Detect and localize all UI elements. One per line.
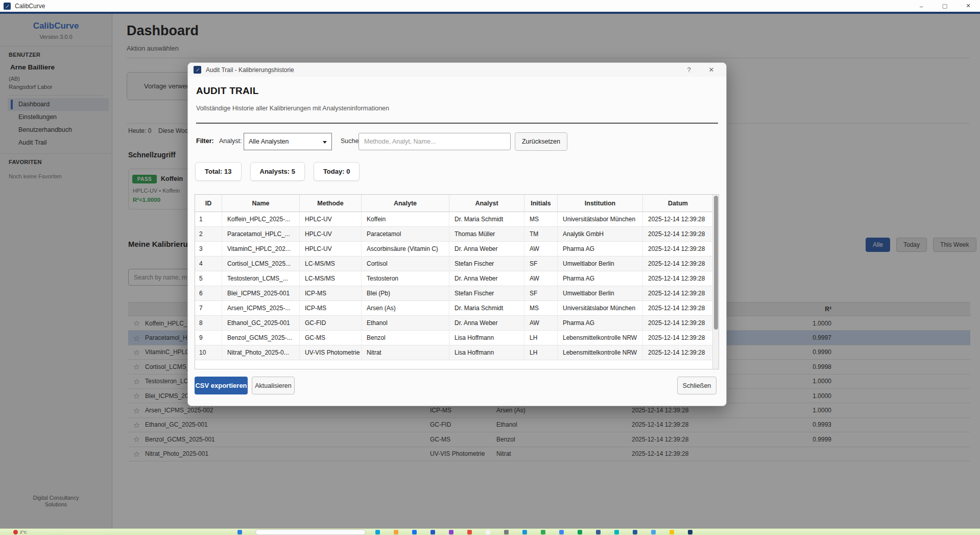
taskbar-app-icon[interactable]	[614, 530, 619, 534]
audit-row[interactable]: 3VitaminC_HPLC_202...HPLC-UVAscorbinsäur…	[195, 242, 719, 257]
analyst-dropdown[interactable]: Alle Analysten	[244, 133, 332, 150]
audit-cell-name: Blei_ICPMS_2025-001	[222, 286, 300, 300]
audit-cell-institution: Umweltlabor Berlin	[558, 286, 643, 300]
scrollbar-thumb[interactable]	[714, 196, 718, 330]
audit-cell-analyte: Benzol	[362, 331, 449, 345]
taskbar-app-icon[interactable]	[596, 530, 601, 534]
audit-cell-institution: Analytik GmbH	[558, 227, 643, 241]
audit-cell-methode: HPLC-UV	[300, 242, 362, 256]
audit-row[interactable]: 8Ethanol_GC_2025-001GC-FIDEthanolDr. Ann…	[195, 316, 719, 331]
chip-today[interactable]: Today: 0	[314, 162, 360, 181]
taskbar-app-icon[interactable]	[486, 530, 490, 534]
taskbar-app-icon[interactable]	[522, 530, 527, 534]
audit-cell-institution: Universitätslabor München	[558, 301, 643, 315]
audit-row[interactable]: 4Cortisol_LCMS_2025...LC-MS/MSCortisolSt…	[195, 257, 719, 271]
audit-row[interactable]: 7Arsen_ICPMS_2025-...ICP-MSArsen (As)Dr.…	[195, 301, 719, 316]
chip-analysts[interactable]: Analysts: 5	[250, 162, 305, 181]
audit-cell-name: VitaminC_HPLC_202...	[222, 242, 300, 256]
audit-cell-analyte: Cortisol	[362, 257, 449, 271]
taskbar-app-icon[interactable]	[578, 530, 582, 534]
audit-cell-methode: ICP-MS	[300, 286, 362, 300]
audit-header-id: ID	[195, 195, 222, 212]
audit-cell-name: Testosteron_LCMS_...	[222, 271, 300, 286]
minimize-button[interactable]: –	[910, 0, 933, 12]
audit-cell-institution: Universitätslabor München	[558, 212, 643, 226]
suche-label: Suche:	[341, 137, 361, 145]
taskbar-app-icon[interactable]	[394, 530, 398, 534]
audit-cell-analyst: Lisa Hoffmann	[449, 345, 524, 360]
taskbar-app-icon[interactable]	[467, 530, 472, 534]
refresh-button[interactable]: Aktualisieren	[252, 377, 295, 394]
audit-cell-id: 8	[195, 316, 222, 330]
dialog-title: Audit Trail - Kalibrierungshistorie	[206, 66, 294, 74]
csv-export-button[interactable]: CSV exportieren	[195, 377, 248, 394]
chip-total[interactable]: Total: 13	[195, 162, 242, 181]
audit-cell-methode: LC-MS/MS	[300, 257, 362, 271]
audit-header-analyte: Analyte	[362, 195, 449, 212]
window-title: CalibCurve	[15, 3, 45, 10]
audit-cell-name: Koffein_HPLC_2025-...	[222, 212, 300, 226]
audit-row[interactable]: 2Paracetamol_HPLC_...HPLC-UVParacetamolT…	[195, 227, 719, 242]
table-scrollbar[interactable]	[712, 195, 719, 369]
audit-cell-id: 10	[195, 345, 222, 360]
stat-chips: Total: 13Analysts: 5Today: 0	[195, 162, 360, 181]
taskbar-app-icon[interactable]	[670, 530, 674, 534]
taskbar-app-icon[interactable]	[688, 530, 692, 534]
audit-cell-methode: HPLC-UV	[300, 227, 362, 241]
taskbar-app-icon[interactable]	[559, 530, 564, 534]
audit-row[interactable]: 10Nitrat_Photo_2025-0...UV-VIS Photometr…	[195, 345, 719, 360]
audit-trail-heading: AUDIT TRAIL	[196, 85, 259, 97]
dialog-titlebar: Audit Trail - Kalibrierungshistorie ? ✕	[188, 63, 726, 77]
taskbar-app-icon[interactable]	[412, 530, 417, 534]
taskbar-app-icon[interactable]	[541, 530, 545, 534]
taskbar-app-icon[interactable]	[449, 530, 453, 534]
audit-cell-initials: SF	[524, 257, 558, 271]
taskbar-app-icon[interactable]	[633, 530, 637, 534]
audit-cell-analyte: Ascorbinsäure (Vitamin C)	[362, 242, 449, 256]
audit-cell-analyst: Dr. Maria Schmidt	[449, 212, 524, 226]
audit-cell-methode: UV-VIS Photometrie	[300, 345, 362, 360]
audit-cell-id: 2	[195, 227, 222, 241]
audit-row[interactable]: 9Benzol_GCMS_2025-...GC-MSBenzolLisa Hof…	[195, 331, 719, 345]
dialog-close-icon[interactable]: ✕	[705, 63, 718, 77]
audit-cell-initials: AW	[524, 271, 558, 286]
dialog-help-button[interactable]: ?	[682, 63, 696, 77]
audit-cell-datum: 2025-12-14 12:39:28	[643, 257, 713, 271]
close-button[interactable]: ✕	[957, 0, 980, 12]
taskbar-app-icon[interactable]	[431, 530, 435, 534]
audit-cell-initials: SF	[524, 286, 558, 300]
audit-cell-id: 3	[195, 242, 222, 256]
maximize-button[interactable]: ▢	[933, 0, 957, 12]
chevron-down-icon	[323, 141, 327, 144]
audit-cell-initials: MS	[524, 212, 558, 226]
audit-cell-name: Nitrat_Photo_2025-0...	[222, 345, 300, 360]
audit-row[interactable]: 5Testosteron_LCMS_...LC-MS/MSTestosteron…	[195, 271, 719, 286]
audit-cell-analyst: Stefan Fischer	[449, 257, 524, 271]
audit-cell-analyte: Blei (Pb)	[362, 286, 449, 300]
audit-search-input[interactable]	[358, 133, 511, 150]
audit-header-methode: Methode	[300, 195, 362, 212]
audit-cell-initials: LH	[524, 345, 558, 360]
audit-cell-analyst: Dr. Anna Weber	[449, 242, 524, 256]
taskbar-search[interactable]	[255, 529, 366, 535]
audit-table-header: IDNameMethodeAnalyteAnalystInitialsInsti…	[195, 195, 719, 212]
close-dialog-button[interactable]: Schließen	[677, 377, 716, 394]
audit-row[interactable]: 6Blei_ICPMS_2025-001ICP-MSBlei (Pb)Stefa…	[195, 286, 719, 301]
taskbar-app-icon[interactable]	[651, 530, 656, 534]
taskbar-app-icon[interactable]	[237, 530, 242, 534]
audit-cell-methode: GC-MS	[300, 331, 362, 345]
audit-trail-dialog: Audit Trail - Kalibrierungshistorie ? ✕ …	[187, 62, 727, 406]
filter-label: Filter:	[196, 137, 214, 145]
audit-trail-subheading: Vollständige Historie aller Kalibrierung…	[196, 105, 389, 112]
audit-cell-id: 4	[195, 257, 222, 271]
audit-row[interactable]: 1Koffein_HPLC_2025-...HPLC-UVKoffeinDr. …	[195, 212, 719, 227]
taskbar-app-icon[interactable]	[375, 530, 380, 534]
weather-icon[interactable]	[13, 530, 18, 534]
audit-cell-methode: ICP-MS	[300, 301, 362, 315]
audit-cell-id: 6	[195, 286, 222, 300]
divider	[196, 123, 718, 124]
audit-cell-analyte: Arsen (As)	[362, 301, 449, 315]
analyst-label: Analyst:	[219, 137, 242, 145]
reset-button[interactable]: Zurücksetzen	[515, 132, 567, 151]
taskbar-app-icon[interactable]	[504, 530, 509, 534]
